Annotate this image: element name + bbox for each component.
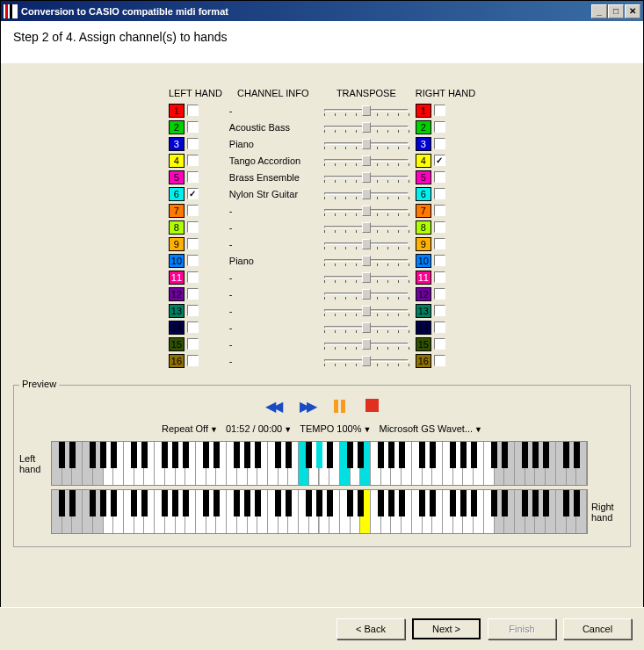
left-hand-checkbox[interactable] [187, 338, 199, 350]
channel-info-text: Acoustic Bass [229, 122, 317, 133]
channel-number: 4 [169, 154, 185, 168]
preview-legend: Preview [19, 379, 59, 389]
tempo-dropdown[interactable]: TEMPO 100%▼ [300, 423, 371, 434]
pause-button[interactable] [334, 400, 345, 413]
transpose-slider[interactable] [324, 321, 409, 334]
left-hand-checkbox[interactable] [187, 188, 199, 199]
channel-info-text: Brass Ensemble [229, 172, 317, 183]
transpose-slider[interactable] [324, 238, 409, 250]
right-hand-checkbox[interactable] [434, 338, 445, 350]
minimize-button[interactable]: _ [591, 4, 607, 18]
close-button[interactable]: ✕ [625, 4, 640, 18]
channel-number: 3 [416, 137, 431, 151]
right-hand-checkbox[interactable] [434, 355, 445, 366]
channel-number: 6 [416, 187, 431, 201]
right-hand-checkbox[interactable] [434, 305, 445, 316]
channel-info-column: CHANNEL INFO -Acoustic BassPianoTango Ac… [229, 88, 317, 369]
time-dropdown[interactable]: 01:52 / 00:00▼ [226, 423, 292, 434]
channel-info-header: CHANNEL INFO [229, 88, 317, 102]
next-button[interactable]: Next > [412, 618, 481, 639]
channel-info-text: Nylon Str Guitar [229, 189, 317, 199]
channel-number: 11 [416, 271, 431, 285]
right-hand-checkbox[interactable] [434, 188, 445, 199]
left-hand-checkbox[interactable] [187, 205, 199, 216]
transpose-slider[interactable] [324, 205, 409, 217]
transpose-slider[interactable] [324, 105, 409, 117]
left-hand-checkbox[interactable] [187, 288, 199, 300]
channel-number: 13 [416, 304, 431, 318]
transpose-slider[interactable] [324, 288, 409, 300]
left-hand-checkbox[interactable] [187, 271, 199, 283]
transpose-slider[interactable] [324, 138, 409, 150]
right-hand-checkbox[interactable] [434, 288, 445, 300]
channel-number: 6 [169, 187, 185, 201]
device-dropdown[interactable]: Microsoft GS Wavet...▼ [380, 423, 482, 434]
right-hand-checkbox[interactable] [434, 171, 445, 183]
back-button[interactable]: < Back [336, 618, 405, 639]
left-hand-checkbox[interactable] [187, 238, 199, 249]
right-hand-checkbox[interactable] [434, 121, 445, 133]
right-hand-checkbox[interactable] [434, 221, 445, 233]
right-hand-checkbox[interactable] [434, 105, 445, 116]
right-hand-checkbox[interactable] [434, 155, 445, 166]
channel-info-text: - [229, 289, 317, 300]
title-bar: Conversion to CASIO compatible midi form… [1, 1, 643, 21]
channel-info-text: - [229, 222, 317, 233]
channel-number: 1 [169, 104, 185, 118]
stop-button[interactable] [365, 399, 379, 414]
left-hand-keyboard[interactable] [51, 441, 588, 486]
rewind-button[interactable]: ◀◀ [265, 398, 279, 415]
left-hand-checkbox[interactable] [187, 321, 199, 333]
right-hand-checkbox[interactable] [434, 205, 445, 216]
channel-number: 5 [169, 170, 185, 184]
right-hand-checkbox[interactable] [434, 271, 445, 283]
step-header: Step 2 of 4. Assign channel(s) to hands [1, 21, 643, 63]
transpose-slider[interactable] [324, 188, 409, 200]
channel-number: 10 [416, 254, 431, 268]
channel-info-text: - [229, 356, 317, 366]
left-hand-checkbox[interactable] [187, 305, 199, 316]
channel-info-text: - [229, 105, 317, 116]
left-hand-checkbox[interactable] [187, 255, 199, 266]
channel-number: 7 [169, 204, 185, 218]
cancel-button[interactable]: Cancel [563, 618, 632, 639]
channel-number: 8 [169, 220, 185, 235]
transpose-slider[interactable] [324, 305, 409, 317]
transpose-slider[interactable] [324, 355, 409, 367]
left-hand-checkbox[interactable] [187, 355, 199, 366]
right-hand-checkbox[interactable] [434, 238, 445, 249]
transpose-slider[interactable] [324, 271, 409, 284]
repeat-dropdown[interactable]: Repeat Off▼ [162, 423, 218, 434]
right-hand-keyboard[interactable] [51, 489, 588, 534]
left-hand-checkbox[interactable] [187, 105, 199, 116]
transpose-slider[interactable] [324, 221, 409, 234]
right-hand-checkbox[interactable] [434, 255, 445, 266]
right-hand-keyboard-label: Right hand [588, 502, 625, 523]
channel-number: 15 [416, 337, 431, 351]
transpose-slider[interactable] [324, 255, 409, 267]
transpose-slider[interactable] [324, 338, 409, 350]
transpose-column: TRANSPOSE [324, 88, 409, 369]
transpose-slider[interactable] [324, 121, 409, 134]
fast-forward-button[interactable]: ▶▶ [300, 398, 314, 415]
channel-number: 4 [416, 154, 431, 168]
left-hand-checkbox[interactable] [187, 138, 199, 149]
channel-info-text: Tango Accordion [229, 155, 317, 166]
transpose-slider[interactable] [324, 155, 409, 167]
right-hand-checkbox[interactable] [434, 138, 445, 149]
left-hand-column: LEFT HAND 12345678910111213141516 [169, 88, 222, 369]
maximize-button[interactable]: □ [608, 4, 624, 18]
left-hand-checkbox[interactable] [187, 221, 199, 233]
left-hand-checkbox[interactable] [187, 121, 199, 133]
channel-number: 16 [169, 354, 185, 368]
app-icon [4, 4, 18, 18]
left-hand-checkbox[interactable] [187, 171, 199, 183]
channel-number: 14 [416, 321, 431, 335]
main-panel: LEFT HAND 12345678910111213141516 CHANNE… [1, 63, 643, 556]
wizard-footer: < Back Next > Finish Cancel [0, 607, 644, 650]
right-hand-checkbox[interactable] [434, 321, 445, 333]
transport-controls: ◀◀ ▶▶ [19, 398, 625, 415]
finish-button[interactable]: Finish [488, 618, 556, 639]
left-hand-checkbox[interactable] [187, 155, 199, 166]
transpose-slider[interactable] [324, 171, 409, 184]
